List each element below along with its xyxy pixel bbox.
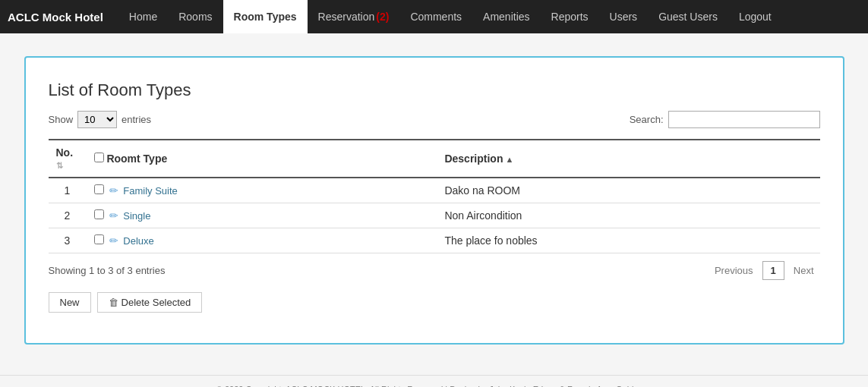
cell-room-type: ✏ Family Suite	[87, 178, 437, 203]
show-label: Show	[49, 114, 74, 125]
edit-icon: ✏	[109, 234, 118, 247]
entries-label: entries	[122, 114, 151, 125]
nav-link-home[interactable]: Home	[118, 0, 168, 33]
room-types-table: No. Roomt Type Description 1 ✏ Family Su…	[49, 139, 820, 253]
select-all-checkbox[interactable]	[94, 153, 104, 162]
action-buttons: New 🗑 Delete Selected	[49, 292, 820, 313]
nav-link-room-types[interactable]: Room Types	[223, 0, 308, 33]
nav-item-home[interactable]: Home	[118, 0, 168, 33]
nav-item-room-types[interactable]: Room Types	[223, 0, 308, 33]
nav-item-guest-users[interactable]: Guest Users	[648, 0, 728, 33]
table-row: 3 ✏ Deluxe The place fo nobles	[49, 228, 820, 253]
room-type-link[interactable]: Single	[123, 210, 150, 222]
col-description[interactable]: Description	[437, 140, 819, 178]
page-footer: © 2020 Copyright. ACLC MOCK HOTEL. All R…	[0, 375, 868, 387]
nav-item-users[interactable]: Users	[599, 0, 649, 33]
main-container: List of Room Types Show 10 25 50 100 ent…	[24, 56, 844, 345]
nav-item-reservation[interactable]: Reservation(2)	[308, 0, 400, 33]
page-title: List of Room Types	[49, 80, 820, 100]
cell-room-type: ✏ Single	[87, 203, 437, 228]
nav-item-reports[interactable]: Reports	[541, 0, 599, 33]
controls-row: Show 10 25 50 100 entries Search:	[49, 111, 820, 128]
cell-no: 2	[49, 203, 87, 228]
table-header-row: No. Roomt Type Description	[49, 140, 820, 178]
nav-link-rooms[interactable]: Rooms	[168, 0, 223, 33]
nav-item-logout[interactable]: Logout	[728, 0, 782, 33]
nav-link-reports[interactable]: Reports	[541, 0, 599, 33]
row-checkbox[interactable]	[94, 209, 104, 219]
table-body: 1 ✏ Family Suite Dako na ROOM2 ✏ Single …	[49, 178, 820, 253]
site-brand: ACLC Mock Hotel	[8, 11, 103, 24]
table-row: 1 ✏ Family Suite Dako na ROOM	[49, 178, 820, 203]
pagination: Previous 1 Next	[709, 261, 820, 280]
cell-description: The place fo nobles	[437, 228, 819, 253]
table-row: 2 ✏ Single Non Aircondition	[49, 203, 820, 228]
edit-icon: ✏	[109, 184, 118, 197]
search-box: Search:	[630, 111, 820, 128]
col-room-type[interactable]: Roomt Type	[87, 140, 437, 178]
cell-no: 1	[49, 178, 87, 203]
room-type-link[interactable]: Deluxe	[123, 235, 153, 247]
room-type-link[interactable]: Family Suite	[123, 185, 178, 197]
row-checkbox[interactable]	[94, 184, 104, 194]
cell-no: 3	[49, 228, 87, 253]
nav-item-amenities[interactable]: Amenities	[472, 0, 540, 33]
delete-selected-button[interactable]: 🗑 Delete Selected	[97, 292, 203, 313]
next-button[interactable]: Next	[788, 262, 820, 279]
cell-description: Dako na ROOM	[437, 178, 819, 203]
entries-select[interactable]: 10 25 50 100	[77, 111, 117, 128]
prev-button[interactable]: Previous	[709, 262, 759, 279]
page-1-button[interactable]: 1	[762, 261, 784, 280]
edit-icon: ✏	[109, 209, 118, 222]
search-input[interactable]	[668, 111, 820, 128]
nav-item-rooms[interactable]: Rooms	[168, 0, 223, 33]
trash-icon: 🗑	[109, 297, 118, 308]
show-entries-control: Show 10 25 50 100 entries	[49, 111, 152, 128]
nav-link-logout[interactable]: Logout	[728, 0, 782, 33]
nav-item-comments[interactable]: Comments	[399, 0, 472, 33]
nav-link-comments[interactable]: Comments	[399, 0, 472, 33]
row-checkbox[interactable]	[94, 234, 104, 244]
cell-room-type: ✏ Deluxe	[87, 228, 437, 253]
cell-description: Non Aircondition	[437, 203, 819, 228]
nav-link-guest-users[interactable]: Guest Users	[648, 0, 728, 33]
table-footer: Showing 1 to 3 of 3 entries Previous 1 N…	[49, 261, 820, 280]
nav-menu: Home Rooms Room Types Reservation(2) Com…	[118, 0, 782, 33]
search-label: Search:	[630, 114, 664, 125]
nav-link-amenities[interactable]: Amenities	[472, 0, 540, 33]
entries-info: Showing 1 to 3 of 3 entries	[49, 265, 166, 276]
col-no[interactable]: No.	[49, 140, 87, 178]
nav-link-reservation[interactable]: Reservation(2)	[308, 0, 400, 33]
new-button[interactable]: New	[49, 292, 91, 313]
nav-link-users[interactable]: Users	[599, 0, 649, 33]
